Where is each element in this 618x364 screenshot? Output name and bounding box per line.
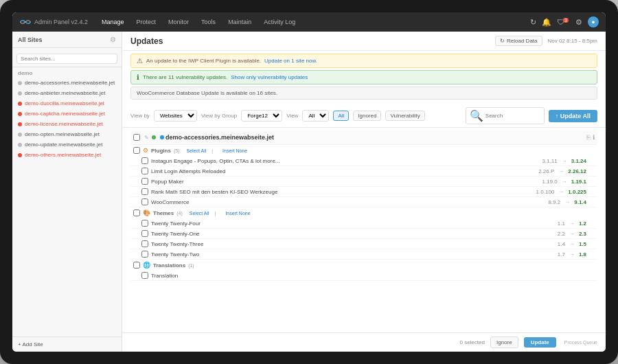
nav-tools[interactable]: Tools [198,17,218,27]
status-dot [18,112,22,116]
theme-3-checkbox[interactable] [141,251,148,258]
process-queue-label[interactable]: Process Queue [564,340,597,345]
nav-maintain[interactable]: Maintain [225,17,254,27]
plugin-2-checkbox[interactable] [141,178,148,185]
status-dot [18,153,22,157]
filter-all-btn[interactable]: All [333,111,349,121]
site-row-icons: ⎘ ℹ [586,134,595,141]
themes-label: Themes [153,210,174,216]
plugin-0-checkbox[interactable] [141,157,148,164]
sidebar-search-input[interactable] [16,54,117,64]
alert-warning: ⚠ An update to the IWP Client Plugin is … [130,54,597,68]
themes-select-all[interactable]: Select All [190,211,209,216]
content-footer: 0 selected Ignore Update Process Queue [122,332,606,352]
nav-protect[interactable]: Protect [134,17,159,27]
theme-3-to: 1.8 [579,251,586,258]
table-row: Limit Login Attempts Reloaded 2.26.P → 2… [130,166,597,177]
translation-0-name: Translation [151,273,586,279]
sidebar-item-7[interactable]: demo-others.meinewabseite.jet [12,150,122,160]
site-select-all-checkbox[interactable] [133,134,140,141]
topbar-nav: Manage Protect Monitor Tools Maintain Ac… [99,17,298,27]
add-site-button[interactable]: + Add Site [18,341,43,348]
bell-icon[interactable]: 🔔 [542,18,551,27]
theme-2-checkbox[interactable] [141,240,148,247]
site-link-icon[interactable]: ⎘ [586,134,590,141]
theme-3-from: 1.7 [558,251,565,258]
filter-vulnerability-btn[interactable]: Vulnerability [385,111,424,121]
alert-link-1[interactable]: Show only vulnerability updates [231,74,308,80]
site-name: demo-anbieter.meinewabseite.jet [25,90,105,96]
nav-manage[interactable]: Manage [99,17,127,27]
plugins-insert-none[interactable]: Insert None [222,148,247,153]
plugin-0-from: 3.1.11 [542,158,558,164]
status-dot [18,143,22,147]
reload-button[interactable]: ↻ Reload Data [495,36,542,46]
sidebar-item-2[interactable]: demo-duocilla.meinewabseite.jet [12,98,122,109]
table-row: Instagun Engage - Popups, Optin, CTAs & … [130,156,597,166]
view-by-label: View by [130,113,150,119]
update-button[interactable]: Update [524,337,556,348]
nav-monitor[interactable]: Monitor [165,17,192,27]
update-all-button[interactable]: ↑ Update All [549,110,597,122]
user-icon[interactable]: ● [588,16,599,27]
plugin-4-name: WooCommerce [151,199,545,205]
theme-1-from: 2.2 [558,231,565,237]
theme-2-name: Twenty Twenty-Three [151,241,555,247]
plugin-3-to: 1.0.225 [568,189,586,195]
themes-checkbox[interactable] [133,209,140,216]
translation-0-checkbox[interactable] [141,272,148,279]
site-name: demo-license.meinewabseite.jet [25,121,103,127]
plugin-2-to: 1.19.1 [571,179,586,185]
sidebar-item-4[interactable]: demo-license.meinewabseite.jet [12,119,122,129]
plugin-3-checkbox[interactable] [141,188,148,195]
alert-link-0[interactable]: Update on 1 site now. [264,58,317,64]
table-row: Twenty Twenty-One 2.2 → 2.3 [130,229,597,239]
theme-1-checkbox[interactable] [141,230,148,237]
site-name: demo-others.meinewabseite.jet [25,152,101,158]
view-select[interactable]: All [302,110,329,122]
site-info-icon[interactable]: ℹ [593,134,595,141]
theme-0-checkbox[interactable] [141,220,148,227]
device-frame: Admin Panel v2.4.2 Manage Protect Monito… [0,0,618,364]
table-row: Twenty Twenty-Four 1.1 → 1.2 [130,218,597,229]
selected-count: 0 selected [459,339,484,345]
themes-group-header: 🎨 Themes (4) Select All | Insert None [130,207,597,218]
translations-checkbox[interactable] [133,262,140,269]
arrow-icon: → [569,251,575,258]
screen: Admin Panel v2.4.2 Manage Protect Monito… [12,12,606,352]
plugin-1-checkbox[interactable] [141,168,148,174]
sidebar-item-0[interactable]: demo-accessories.meinewabseite.jet [12,78,122,88]
translations-group-header: 🌐 Translations (1) [130,260,597,271]
settings-icon[interactable]: ⚙ [575,18,582,27]
view-by-select[interactable]: Websites [154,110,197,122]
search-icon: 🔍 [470,109,483,122]
ignore-button[interactable]: Ignore [490,337,518,348]
sidebar-item-6[interactable]: demo-update.meinewabseite.jet [12,139,122,150]
search-input[interactable] [485,113,540,119]
sidebar-header: All Sites ⚙ [12,32,122,48]
plugin-4-checkbox[interactable] [141,198,148,205]
content-area: Updates ↻ Reload Data Nov 02 8:15 - 8:5p… [122,32,606,352]
status-dot [18,122,22,126]
arrow-icon: → [569,231,575,237]
refresh-icon[interactable]: ↻ [530,18,536,27]
plugins-checkbox[interactable] [133,147,140,154]
nav-activity-log[interactable]: Activity Log [261,17,298,27]
edit-icon[interactable]: ✎ [144,135,149,141]
sidebar-item-3[interactable]: demo-captcha.meinewabseite.jet [12,109,122,119]
main-area: All Sites ⚙ demo demo-accessories.meinew… [12,32,606,352]
shield-icon[interactable]: 🛡3 [557,18,570,26]
sidebar-item-5[interactable]: demo-opten.meinewabseite.jet [12,129,122,139]
plugin-0-to: 3.1.24 [571,158,586,164]
themes-insert-none[interactable]: Insert None [225,211,250,216]
topbar-icons: ↻ 🔔 🛡3 ⚙ ● [530,16,599,27]
sidebar-item-1[interactable]: demo-anbieter.meinewabseite.jet [12,88,122,98]
filter-ignored-btn[interactable]: Ignored [353,111,381,121]
sidebar-settings-icon[interactable]: ⚙ [110,36,116,43]
plugins-count: (5) [174,148,180,153]
sidebar-footer: + Add Site [12,337,122,352]
theme-0-to: 1.2 [579,220,586,227]
group-by-select[interactable]: Forge12 [241,110,282,122]
plugins-select-all[interactable]: Select All [186,148,206,153]
plugin-0-name: Instagun Engage - Popups, Optin, CTAs & … [151,158,540,164]
